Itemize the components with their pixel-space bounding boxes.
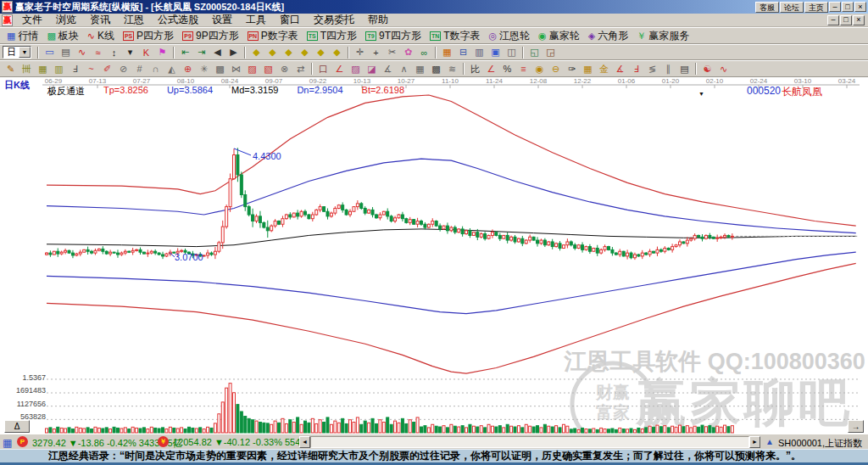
box-tool-icon[interactable]: 口 [315,62,331,76]
triangle-tool-icon[interactable]: ◭ [164,62,180,76]
toolbar-button-六角形[interactable]: ◈六角形 [584,29,632,43]
toolbar-button-T数字表[interactable]: TNT数字表 [426,29,484,43]
net-grid-icon[interactable]: ▩ [212,62,228,76]
speed-lines-icon[interactable]: ≶ [644,62,660,76]
trend-icon[interactable]: ∿ [74,46,90,59]
dense-grid-icon[interactable]: ▩ [428,62,444,76]
gold-tool-icon[interactable]: 金 [596,62,612,76]
square-grid-icon[interactable]: ▦ [412,62,428,76]
chart-scroll-right-button[interactable]: → [848,420,864,433]
menu-交易委托[interactable]: 交易委托 [307,13,361,27]
notes-icon[interactable]: ▥ [471,46,487,59]
cross-circle-icon[interactable]: ⊗ [276,62,292,76]
scissors-icon[interactable]: ✂ [384,46,400,59]
shaded-box-icon[interactable]: ▨ [348,62,364,76]
menu-窗口[interactable]: 窗口 [273,13,307,27]
fibonacci-icon[interactable]: Ⅎ [67,62,83,76]
mdi-restore-button[interactable]: □ [840,15,852,25]
layout-icon[interactable]: ▭ [42,46,58,59]
candle-style-dropdown-icon[interactable]: ▾ [122,46,138,59]
titlebar-button-客服[interactable]: 客服 [755,2,779,13]
flag-icon[interactable]: ⚑ [154,46,170,59]
calendar-icon[interactable]: ▦ [439,46,455,59]
delta-button[interactable]: Δ [4,420,30,433]
next-bar-icon[interactable]: ▶ [225,46,242,59]
maximize-button[interactable]: □ [842,2,854,12]
toolbar-button-行情[interactable]: ▦行情 [3,29,42,43]
prev-bar-icon[interactable]: ◀ [209,46,225,59]
menu-文件[interactable]: 文件 [15,13,49,27]
calculator-icon[interactable]: ⊟ [455,46,471,59]
candle-style-icon[interactable]: ↕ [106,46,122,59]
menu-公式选股[interactable]: 公式选股 [151,13,205,27]
angle-tool-icon[interactable]: ∡ [380,62,396,76]
wave-lines-icon[interactable]: ≋ [444,62,460,76]
quote-grid-icon[interactable]: ▦ [3,437,12,449]
gann-diamond-shrink-icon[interactable]: ◆ [329,46,345,59]
last-bar-icon[interactable]: ⇥ [193,46,209,59]
panel-tool-icon[interactable]: ▤ [676,62,693,76]
percent-icon[interactable]: % [499,62,515,76]
star-rays-icon[interactable]: ✳ [196,62,212,76]
draw-line-icon[interactable]: ✐ [99,62,115,76]
target-tool-icon[interactable]: ⊕ [180,62,196,76]
toolbar-button-K线[interactable]: ∿K线 [83,29,119,43]
gann-diamond-left-icon[interactable]: ◆ [248,46,264,59]
kline-mode-icon[interactable]: K [138,46,154,59]
pencil-tool-icon[interactable]: ✎ [3,62,19,76]
golden-section-icon[interactable]: ⊖ [548,62,564,76]
toolbar-button-9T四方形[interactable]: T99T四方形 [361,29,426,43]
toolbar-button-P四方形[interactable]: PSP四方形 [119,29,178,43]
red-grid2-icon[interactable]: ▧ [260,62,276,76]
close-button[interactable]: × [854,2,866,12]
titlebar-button-主页[interactable]: 主页 [804,2,828,13]
wave-cycle-icon[interactable]: ∿ [715,62,732,76]
gann-diamond-up-icon[interactable]: ◆ [281,46,297,59]
fib-fan-icon[interactable]: Ⅎ [628,62,644,76]
bowtie-tool-icon[interactable]: ⋈ [228,62,244,76]
golden-circle-icon[interactable]: ◉ [531,62,548,76]
hscroll-track[interactable] [310,436,749,448]
arc-tool-icon[interactable]: ∩ [147,62,164,76]
menu-浏览[interactable]: 浏览 [49,13,83,27]
time-ruler-icon[interactable]: 卌 [19,62,35,76]
price-grid-icon[interactable]: ▥ [51,62,67,76]
toolbar-button-板块[interactable]: ▩板块 [42,29,82,43]
red-grid-icon[interactable]: ▨ [244,62,260,76]
hscroll-left-button[interactable]: ◄ [299,436,310,448]
mdi-minimize-button[interactable]: – [827,15,839,25]
gann-grid-icon[interactable]: ▦ [35,62,51,76]
toolbar-button-9P四方形[interactable]: P99P四方形 [178,29,243,43]
circle-tool-icon[interactable]: ⊘ [115,62,131,76]
percent-lines-icon[interactable]: ≡ [515,62,531,76]
crosshair-icon[interactable]: + [368,46,384,59]
annotate-icon[interactable]: ✑ [564,62,580,76]
gann-diamond-right-icon[interactable]: ◆ [264,46,281,59]
curve-tool-icon[interactable]: ~ [83,62,99,76]
binoculars-icon[interactable]: ∞ [416,46,432,59]
report-icon[interactable]: ▤ [58,46,74,59]
toolbar-button-T四方形[interactable]: TST四方形 [303,29,361,43]
speed-angle-icon[interactable]: ∡ [612,62,628,76]
hand-tool-icon[interactable]: ✛ [352,46,368,59]
menu-资讯[interactable]: 资讯 [83,13,117,27]
golden-grid-icon[interactable]: ▦ [580,62,596,76]
toolbar-button-江恩轮[interactable]: ◎江恩轮 [484,29,534,43]
hash-grid-icon[interactable]: # [131,62,147,76]
mdi-close-button[interactable]: × [853,15,865,25]
menu-设置[interactable]: 设置 [205,13,239,27]
menu-工具[interactable]: 工具 [239,13,273,27]
save-icon[interactable]: ▣ [487,46,504,59]
chart-area[interactable]: 财赢富家江恩工具软件 QQ:100800360赢家聊吧4.43003.0700 … [0,77,868,434]
print-icon[interactable]: ◫ [504,46,520,59]
first-bar-icon[interactable]: ⇤ [177,46,193,59]
angle-percent-icon[interactable]: ∠ [483,62,499,76]
toolbar-button-赢家轮[interactable]: ◉赢家轮 [534,29,584,43]
swap-axis-icon[interactable]: ⇄ [292,62,309,76]
period-dropdown[interactable]: 日▼ [3,46,31,59]
gann-diamond-down-icon[interactable]: ◆ [297,46,313,59]
wedge-tool-icon[interactable]: ∧ [396,62,412,76]
minimize-button[interactable]: – [829,2,841,12]
menu-帮助[interactable]: 帮助 [361,13,395,27]
toolbar-button-赢家服务[interactable]: ￥赢家服务 [632,29,693,43]
